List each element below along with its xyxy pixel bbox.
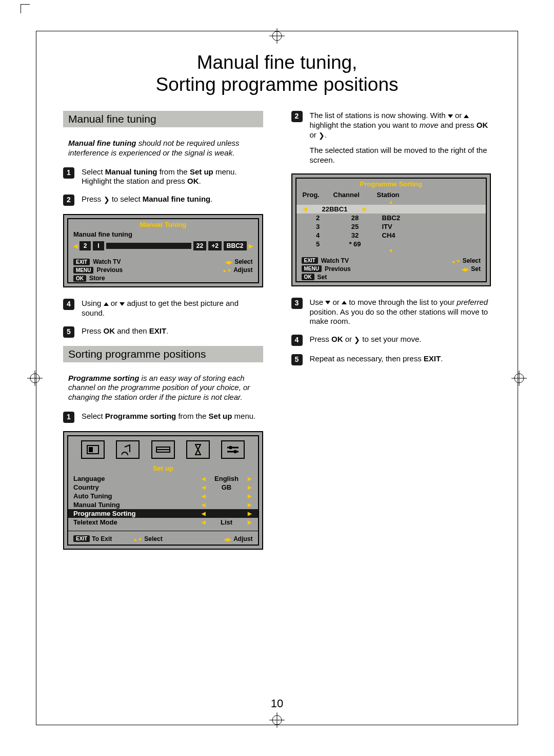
step-number-icon: 2: [63, 195, 74, 206]
step-number-icon: 1: [63, 412, 74, 423]
osd-subtitle: Manual fine tuning: [68, 229, 258, 239]
section-heading: Manual fine tuning: [63, 111, 263, 127]
timer-tab-icon: [186, 440, 210, 459]
up-caret-icon: [104, 302, 109, 306]
registration-mark-left: [27, 371, 43, 386]
step-4: 4 Press OK or ❯ to set your move.: [291, 335, 491, 346]
menu-item: Teletext Mode◀List▶: [73, 518, 253, 527]
registration-mark-right: [511, 371, 527, 386]
step-number-icon: 5: [63, 326, 74, 338]
step-1: 1 Select Manual tuning from the Set up m…: [63, 167, 263, 187]
right-arrow-icon: ▶: [249, 243, 253, 249]
step-number-icon: 2: [291, 111, 303, 122]
osd-title: Manual Tuning: [68, 219, 258, 229]
step-number-icon: 4: [63, 299, 74, 310]
table-row: 325ITV: [303, 222, 480, 231]
down-caret-icon: [325, 301, 330, 304]
osd-manual-tuning: Manual Tuning Manual fine tuning ◀ 2 I 2…: [63, 214, 263, 287]
svg-rect-19: [234, 450, 236, 453]
feature-tab-icon: [151, 440, 175, 459]
picture-tab-icon: [81, 440, 105, 459]
step-5: 5 Repeat as necessary, then press EXIT.: [291, 354, 491, 365]
step-2: 2 The list of stations is now showing. W…: [291, 111, 491, 165]
left-arrow-icon: ◀: [303, 206, 307, 212]
lr-arrows-icon: [224, 535, 231, 542]
page-frame: Manual fine tuning, Sorting programme po…: [36, 31, 518, 725]
left-arrow-icon: ◀: [73, 243, 77, 249]
ud-arrows-icon: [451, 257, 461, 264]
down-caret-icon: [120, 302, 125, 306]
lr-arrows-icon: [462, 265, 469, 273]
step-number-icon: 1: [63, 167, 74, 179]
right-chevron-icon: ❯: [104, 196, 110, 203]
table-row: 432CH4: [303, 231, 480, 240]
ud-arrows-icon: [222, 266, 231, 274]
menu-item: Manual Tuning◀▶: [73, 500, 253, 509]
right-chevron-icon: ❯: [354, 336, 360, 343]
right-arrow-icon: ▶: [363, 206, 367, 212]
menu-item: Country◀GB▶: [73, 483, 253, 492]
down-caret-icon: [448, 114, 453, 118]
intro-text: Manual fine tuning should not be require…: [68, 139, 258, 158]
osd-title: Set up: [68, 463, 258, 473]
step-number-icon: 4: [291, 335, 303, 346]
page-number: 10: [36, 697, 518, 710]
menu-item: Auto Tuning◀▶: [73, 492, 253, 500]
down-arrow-icon: ▼: [303, 248, 480, 254]
up-caret-icon: [464, 114, 469, 118]
left-column: Manual fine tuning Manual fine tuning sh…: [63, 107, 263, 561]
menu-item: Language◀English▶: [73, 474, 253, 483]
menu-item: Programme Sorting◀▶: [68, 509, 258, 518]
setup-tab-icon: [221, 440, 245, 459]
step-3: 3 Use or to move through the list to you…: [291, 298, 491, 326]
step-number-icon: 5: [291, 354, 303, 365]
lr-arrows-icon: [225, 258, 232, 265]
up-caret-icon: [342, 301, 347, 304]
ud-arrows-icon: [133, 535, 143, 542]
sound-tab-icon: [116, 440, 140, 459]
table-row: 5* 69: [303, 240, 480, 248]
osd-programme-sorting: Programme Sorting Prog.ChannelStation ▲ …: [291, 173, 491, 286]
right-column: 2 The list of stations is now showing. W…: [291, 107, 491, 561]
step-2: 2 Press ❯ to select Manual fine tuning.: [63, 195, 263, 206]
svg-rect-13: [89, 447, 93, 452]
registration-mark-top: [269, 28, 285, 44]
intro-text: Programme sorting is an easy way of stor…: [68, 374, 258, 402]
osd-title: Programme Sorting: [296, 179, 486, 189]
step-4: 4 Using or adjust to get the best pictur…: [63, 299, 263, 318]
svg-rect-18: [229, 446, 232, 449]
selected-row: ◀22BBC1▶: [296, 205, 486, 214]
table-row: 228BBC2: [303, 214, 480, 222]
step-5: 5 Press OK and then EXIT.: [63, 326, 263, 338]
page-title: Manual fine tuning, Sorting programme po…: [63, 52, 491, 95]
tuning-bar: ◀ 2 I 22 +2 BBC2 ▶: [68, 239, 258, 253]
up-arrow-icon: ▲: [303, 200, 480, 205]
registration-mark-bottom: [269, 712, 285, 728]
step-1: 1 Select Programme sorting from the Set …: [63, 412, 263, 423]
right-chevron-icon: ❯: [319, 132, 325, 139]
setup-menu-list: Language◀English▶Country◀GB▶Auto Tuning◀…: [68, 473, 258, 529]
osd-setup: Set up Language◀English▶Country◀GB▶Auto …: [63, 431, 263, 550]
step-number-icon: 3: [291, 298, 303, 309]
section-heading: Sorting programme positions: [63, 346, 263, 362]
